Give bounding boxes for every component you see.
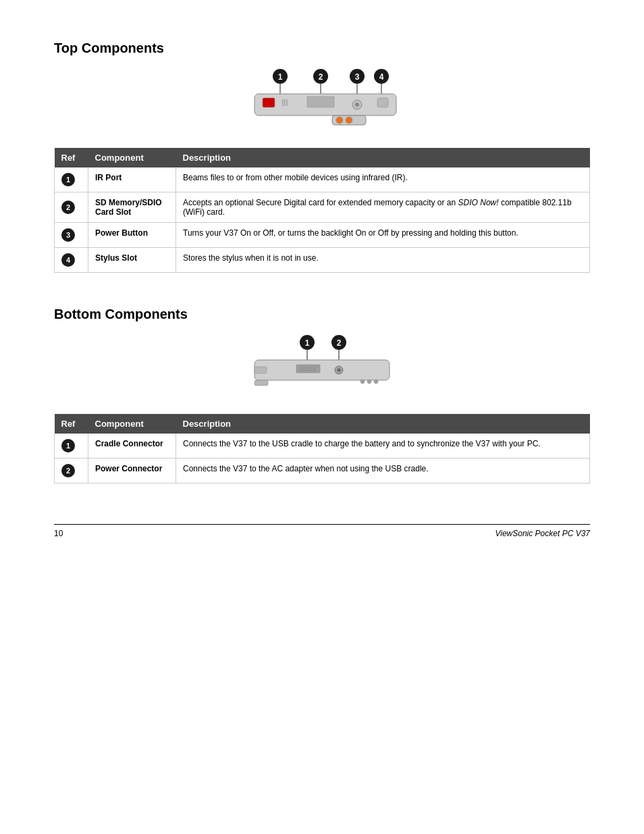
component-cell: Stylus Slot bbox=[88, 248, 176, 273]
component-cell: Power Connector bbox=[88, 459, 176, 484]
bottom-header-component: Component bbox=[88, 414, 176, 434]
table-row: 1Cradle ConnectorConnects the V37 to the… bbox=[55, 434, 590, 459]
ref-cell: 1 bbox=[55, 167, 88, 192]
component-cell: IR Port bbox=[88, 167, 176, 192]
component-cell: Power Button bbox=[88, 223, 176, 248]
ref-cell: 3 bbox=[55, 223, 88, 248]
top-device-diagram: 1 2 3 4 bbox=[54, 68, 590, 129]
top-table-header-row: Ref Component Description bbox=[55, 148, 590, 167]
bottom-device-diagram: 1 2 bbox=[54, 334, 590, 395]
svg-rect-30 bbox=[254, 360, 390, 380]
svg-text:2: 2 bbox=[319, 72, 323, 82]
page-number: 10 bbox=[54, 529, 63, 538]
top-header-description: Description bbox=[176, 148, 590, 167]
top-header-component: Component bbox=[88, 148, 176, 167]
bottom-header-description: Description bbox=[176, 414, 590, 434]
product-name: ViewSonic Pocket PC V37 bbox=[495, 529, 590, 538]
svg-point-45 bbox=[367, 380, 371, 384]
ref-badge: 2 bbox=[61, 201, 75, 214]
table-row: 2SD Memory/SDIO Card SlotAccepts an opti… bbox=[55, 192, 590, 223]
top-header-ref: Ref bbox=[55, 148, 88, 167]
description-cell: Connects the V37 to the USB cradle to ch… bbox=[176, 434, 590, 459]
svg-point-22 bbox=[336, 117, 343, 124]
description-cell: Accepts an optional Secure Digital card … bbox=[176, 192, 590, 223]
top-components-section: Top Components 1 2 3 4 bbox=[54, 41, 590, 273]
svg-rect-20 bbox=[377, 98, 388, 107]
svg-text:1: 1 bbox=[305, 338, 310, 348]
svg-text:2: 2 bbox=[337, 338, 342, 348]
table-row: 4Stylus SlotStores the stylus when it is… bbox=[55, 248, 590, 273]
ref-badge: 1 bbox=[61, 439, 75, 452]
svg-point-19 bbox=[355, 103, 359, 107]
bottom-components-title: Bottom Components bbox=[54, 307, 590, 322]
description-cell: Turns your V37 On or Off, or turns the b… bbox=[176, 223, 590, 248]
svg-text:4: 4 bbox=[379, 72, 384, 82]
bottom-device-svg: 1 2 bbox=[234, 334, 410, 395]
component-cell: Cradle Connector bbox=[88, 434, 176, 459]
ref-cell: 2 bbox=[55, 192, 88, 223]
ref-badge: 3 bbox=[61, 228, 75, 242]
table-row: 3Power ButtonTurns your V37 On or Off, o… bbox=[55, 223, 590, 248]
svg-rect-13 bbox=[263, 98, 275, 107]
svg-point-23 bbox=[346, 117, 352, 124]
component-cell: SD Memory/SDIO Card Slot bbox=[88, 192, 176, 223]
svg-point-46 bbox=[374, 380, 378, 384]
bottom-table-header-row: Ref Component Description bbox=[55, 414, 590, 434]
ref-cell: 1 bbox=[55, 434, 88, 459]
top-device-svg: 1 2 3 4 bbox=[227, 68, 417, 129]
top-device-image: 1 2 3 4 bbox=[227, 68, 417, 129]
svg-rect-47 bbox=[254, 380, 268, 386]
ref-badge: 1 bbox=[61, 173, 75, 186]
top-components-table: Ref Component Description 1IR PortBeams … bbox=[54, 148, 590, 273]
description-cell: Stores the stylus when it is not in use. bbox=[176, 248, 590, 273]
ref-cell: 4 bbox=[55, 248, 88, 273]
svg-text:1: 1 bbox=[278, 72, 283, 82]
footer: 10 ViewSonic Pocket PC V37 bbox=[54, 524, 590, 538]
bottom-device-image: 1 2 bbox=[234, 334, 410, 395]
svg-rect-43 bbox=[254, 367, 267, 373]
svg-text:3: 3 bbox=[355, 72, 360, 82]
description-cell: Beams files to or from other mobile devi… bbox=[176, 167, 590, 192]
svg-point-42 bbox=[338, 369, 341, 372]
svg-rect-17 bbox=[307, 97, 334, 107]
top-components-title: Top Components bbox=[54, 41, 590, 56]
ref-badge: 2 bbox=[61, 464, 75, 477]
svg-point-44 bbox=[360, 380, 365, 384]
description-cell: Connects the V37 to the AC adapter when … bbox=[176, 459, 590, 484]
bottom-header-ref: Ref bbox=[55, 414, 88, 434]
bottom-components-table: Ref Component Description 1Cradle Connec… bbox=[54, 414, 590, 484]
ref-cell: 2 bbox=[55, 459, 88, 484]
table-row: 2Power ConnectorConnects the V37 to the … bbox=[55, 459, 590, 484]
table-row: 1IR PortBeams files to or from other mob… bbox=[55, 167, 590, 192]
ref-badge: 4 bbox=[61, 253, 75, 267]
bottom-components-section: Bottom Components 1 2 bbox=[54, 307, 590, 484]
